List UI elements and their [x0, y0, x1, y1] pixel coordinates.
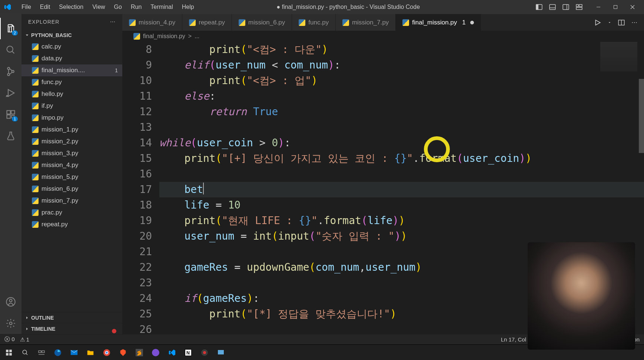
python-file-icon [32, 91, 39, 97]
file-item[interactable]: mission_2.py [21, 136, 122, 147]
svg-point-17 [7, 73, 10, 76]
sidebar-title: EXPLORER [28, 19, 59, 25]
svg-rect-33 [6, 353, 9, 356]
extensions-icon[interactable]: 1 [0, 104, 21, 125]
python-file-icon [32, 43, 39, 50]
layout-right-icon[interactable] [562, 3, 570, 11]
svg-point-14 [7, 46, 13, 52]
taskview-icon[interactable] [35, 346, 48, 359]
python-file-icon [32, 67, 39, 74]
file-item[interactable]: data.py [21, 53, 122, 64]
python-file-icon [32, 114, 39, 121]
python-file-icon [129, 19, 136, 26]
status-errors[interactable]: ⓧ 0 [4, 336, 15, 343]
svg-rect-32 [9, 350, 12, 352]
python-file-icon [32, 103, 39, 109]
vscode-taskbar-icon[interactable] [165, 346, 179, 359]
sublime-icon[interactable] [133, 346, 146, 359]
svg-point-50 [203, 351, 206, 354]
python-file-icon [189, 19, 196, 26]
breadcrumb[interactable]: final_mission.py > ... [122, 31, 644, 42]
svg-rect-2 [536, 4, 538, 10]
svg-rect-38 [42, 351, 44, 353]
python-file-icon [32, 150, 39, 157]
layout-custom-icon[interactable] [575, 3, 583, 11]
file-item[interactable]: if.py [21, 100, 122, 112]
tab[interactable]: final_mission.py1 [396, 14, 481, 31]
file-item[interactable]: mission_7.py [21, 195, 122, 207]
status-position[interactable]: Ln 17, Col 8 [501, 336, 531, 343]
svg-line-15 [12, 51, 14, 54]
folder-header[interactable]: PYTHON_BASIC [21, 30, 122, 41]
file-item[interactable]: calc.py [21, 41, 122, 53]
close-button[interactable] [624, 0, 641, 14]
settings-icon[interactable] [0, 313, 21, 334]
layout-left-icon[interactable] [535, 3, 543, 11]
file-item[interactable]: mission_4.py [21, 159, 122, 171]
status-warnings[interactable]: ⚠ 1 [20, 336, 30, 343]
file-item[interactable]: repeat.py [21, 219, 122, 230]
webcam-overlay [528, 242, 635, 350]
tab-more-icon[interactable]: ⋯ [631, 19, 637, 26]
testing-icon[interactable] [0, 125, 21, 147]
edge-icon[interactable] [51, 346, 64, 359]
python-file-icon [32, 186, 39, 192]
start-icon[interactable] [2, 346, 16, 359]
split-editor-icon[interactable] [618, 19, 625, 26]
file-item[interactable]: func.py [21, 76, 122, 88]
tab[interactable]: mission_7.py [336, 14, 396, 31]
tab[interactable]: mission_6.py [232, 14, 292, 31]
notion-icon[interactable]: N [182, 346, 195, 359]
run-debug-icon[interactable] [0, 82, 21, 104]
svg-rect-23 [7, 115, 10, 118]
brave-icon[interactable] [116, 346, 130, 359]
taskbar-search-icon[interactable] [19, 346, 32, 359]
menu-edit[interactable]: Edit [36, 1, 55, 13]
folder-icon[interactable] [84, 346, 97, 359]
source-control-icon[interactable] [0, 61, 21, 82]
run-dropdown-icon[interactable] [608, 21, 611, 24]
file-item[interactable]: mission_3.py [21, 147, 122, 159]
explorer-icon[interactable]: 2 [0, 18, 21, 39]
file-item[interactable]: hello.py [21, 88, 122, 100]
python-file-icon [32, 221, 39, 228]
tab[interactable]: func.py [292, 14, 336, 31]
python-file-icon [299, 19, 305, 26]
minimap[interactable] [600, 42, 637, 71]
run-icon[interactable] [594, 19, 601, 26]
menu-file[interactable]: File [17, 1, 36, 13]
explorer-badge: 2 [12, 30, 18, 36]
timeline-section[interactable]: TIMELINE [21, 323, 122, 334]
tab[interactable]: mission_4.py [122, 14, 182, 31]
file-item[interactable]: mission_5.py [21, 171, 122, 183]
maximize-button[interactable] [607, 0, 624, 14]
file-item[interactable]: impo.py [21, 112, 122, 124]
accounts-icon[interactable] [0, 291, 21, 313]
app2-icon[interactable] [198, 346, 211, 359]
search-icon[interactable] [0, 39, 21, 61]
mail-icon[interactable] [67, 346, 81, 359]
sidebar-more-icon[interactable]: ⋯ [110, 19, 116, 25]
file-item[interactable]: final_mission....1 [21, 64, 122, 76]
svg-rect-11 [614, 6, 617, 9]
menu-run[interactable]: Run [126, 1, 146, 13]
file-item[interactable]: prac.py [21, 207, 122, 219]
svg-text:N: N [186, 350, 190, 356]
outline-section[interactable]: OUTLINE [21, 312, 122, 323]
layout-bottom-icon[interactable] [548, 3, 557, 11]
file-item[interactable]: mission_6.py [21, 183, 122, 195]
chrome-icon[interactable] [100, 346, 113, 359]
file-list: calc.pydata.pyfinal_mission....1func.pyh… [21, 41, 122, 312]
file-item[interactable]: mission_1.py [21, 124, 122, 136]
scrollbar[interactable] [639, 79, 644, 153]
menu-go[interactable]: Go [110, 1, 126, 13]
app1-icon[interactable] [149, 346, 162, 359]
minimize-button[interactable] [590, 0, 607, 14]
menu-view[interactable]: View [88, 1, 109, 13]
app3-icon[interactable] [214, 346, 228, 359]
menu-selection[interactable]: Selection [54, 1, 88, 13]
python-file-icon [342, 19, 349, 26]
tab[interactable]: repeat.py [182, 14, 232, 31]
python-file-icon [32, 209, 39, 216]
python-file-icon [32, 79, 39, 86]
